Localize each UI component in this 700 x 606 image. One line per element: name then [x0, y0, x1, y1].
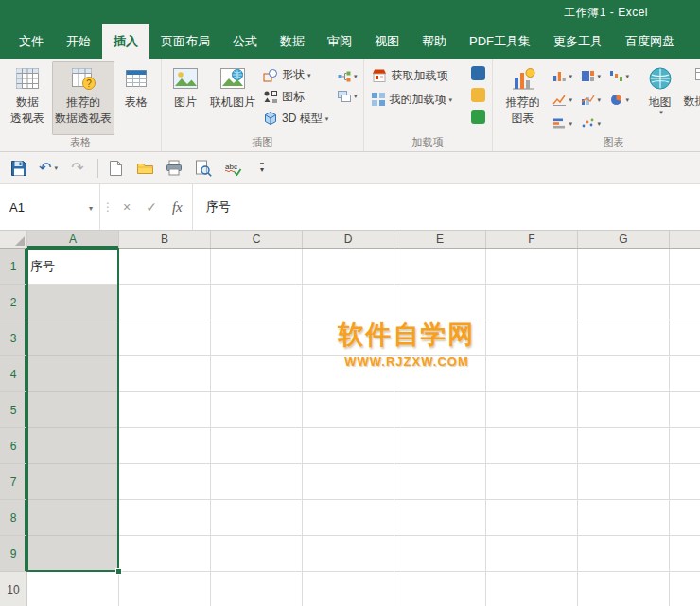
column-header-a[interactable]: A — [27, 231, 119, 248]
smartart-button[interactable]: ▾ — [336, 66, 359, 86]
table-button[interactable]: 表格 — [116, 61, 156, 135]
waterfall-chart-button[interactable]: ▾ — [608, 70, 637, 82]
hierarchy-chart-button[interactable]: ▾ — [580, 70, 608, 82]
line-chart-button[interactable]: ▾ — [551, 94, 580, 106]
new-file-button[interactable] — [104, 156, 127, 181]
row-header-6[interactable]: 6 — [0, 428, 26, 464]
tab-review[interactable]: 审阅 — [316, 24, 363, 59]
cells-area[interactable] — [27, 249, 700, 606]
open-folder-button[interactable] — [133, 156, 156, 181]
formula-input[interactable]: 序号 — [195, 184, 700, 230]
row-header-4[interactable]: 4 — [0, 356, 26, 392]
addin-shortcut-icon[interactable] — [471, 88, 485, 102]
column-header-b[interactable]: B — [119, 231, 211, 248]
scatter-chart-button[interactable]: ▾ — [580, 117, 608, 130]
fill-handle[interactable] — [115, 568, 122, 575]
ribbon-group-charts: 推荐的 图表 ▾ ▾ ▾ — [493, 59, 700, 151]
row-header-2[interactable]: 2 — [0, 285, 26, 320]
row-header-5[interactable]: 5 — [0, 392, 26, 428]
combo-chart-icon — [581, 94, 595, 106]
select-all-button[interactable] — [0, 231, 27, 248]
undo-button[interactable]: ↶ ▾ — [37, 156, 60, 181]
tab-view[interactable]: 视图 — [363, 24, 411, 59]
icons-button[interactable]: 图标 — [260, 86, 334, 107]
chevron-down-icon: ▾ — [598, 96, 602, 103]
quick-access-toolbar: ↶ ▾ ↷ abc ▾ — [0, 152, 700, 184]
column-header-c[interactable]: C — [211, 231, 303, 248]
tab-help[interactable]: 帮助 — [411, 24, 458, 59]
combo-chart-button[interactable]: ▾ — [580, 94, 608, 106]
customize-quick-access-button[interactable]: ▾ — [251, 156, 273, 181]
spelling-check-button[interactable]: abc — [221, 156, 244, 181]
row-header-9[interactable]: 9 — [0, 536, 26, 572]
online-pictures-button[interactable]: 联机图片 — [206, 61, 259, 135]
tab-pdf-tools[interactable]: PDF工具集 — [458, 24, 542, 59]
group-label-charts: 图表 — [493, 135, 700, 151]
title-bar: 工作簿1 - Excel — [0, 0, 700, 24]
insert-function-button[interactable]: fx — [165, 184, 190, 230]
recommended-charts-button[interactable]: 推荐的 图表 — [498, 61, 549, 135]
window-title: 工作簿1 - Excel — [564, 5, 648, 21]
column-header-d[interactable]: D — [303, 231, 394, 248]
maps-button[interactable]: 地图 ▾ — [639, 61, 681, 135]
save-icon — [10, 160, 27, 177]
tab-file[interactable]: 文件 — [8, 24, 55, 59]
ribbon: 数据 透视表 ? 推荐的 数据透视表 表格 表格 — [0, 59, 700, 152]
ribbon-group-illustrations: 图片 联机图片 形状 ▾ 图标 — [162, 59, 364, 151]
chevron-down-icon: ▾ — [659, 109, 663, 115]
tab-more-tools[interactable]: 更多工具 — [542, 24, 614, 59]
tab-page-layout[interactable]: 页面布局 — [149, 24, 221, 59]
print-button[interactable] — [163, 156, 185, 181]
column-header-g[interactable]: G — [578, 231, 670, 248]
recommended-chart-icon — [511, 64, 535, 93]
column-chart-button[interactable]: ▾ — [551, 70, 580, 82]
get-addins-button[interactable]: 获取加载项 — [368, 64, 466, 87]
addin-shortcut-icon[interactable] — [471, 110, 485, 124]
pivottable-button[interactable]: 数据 透视表 — [5, 61, 50, 135]
column-header-e[interactable]: E — [394, 231, 486, 248]
tab-insert[interactable]: 插入 — [102, 24, 149, 59]
pivotchart-button[interactable]: 数据透视图 — [683, 61, 700, 135]
column-header-f[interactable]: F — [486, 231, 578, 248]
save-button[interactable] — [8, 156, 30, 181]
chevron-down-icon: ▾ — [626, 73, 630, 79]
recommended-pivottable-button[interactable]: ? 推荐的 数据透视表 — [52, 61, 114, 135]
ribbon-group-addins: 获取加载项 我的加载项 ▾ 加载项 — [364, 59, 493, 151]
pictures-button[interactable]: 图片 — [166, 61, 204, 135]
ribbon-tab-bar: 文件 开始 插入 页面布局 公式 数据 审阅 视图 帮助 PDF工具集 更多工具… — [0, 24, 700, 59]
tab-data[interactable]: 数据 — [269, 24, 316, 59]
chevron-down-icon: ▾ — [307, 72, 311, 78]
3d-model-icon — [263, 111, 278, 126]
bar-chart-button[interactable]: ▾ — [551, 117, 580, 130]
redo-button[interactable]: ↷ — [66, 156, 89, 181]
group-label-addins: 加载项 — [364, 135, 492, 151]
pie-chart-button[interactable]: ▾ — [608, 94, 637, 106]
my-addins-button[interactable]: 我的加载项 ▾ — [368, 88, 466, 111]
chevron-down-icon: ▾ — [260, 163, 264, 174]
row-header-8[interactable]: 8 — [0, 500, 26, 536]
shapes-button[interactable]: 形状 ▾ — [260, 64, 334, 85]
row-header-10[interactable]: 10 — [0, 572, 26, 606]
3d-models-button[interactable]: 3D 模型 ▾ — [260, 108, 334, 129]
excel-window: 工作簿1 - Excel 文件 开始 插入 页面布局 公式 数据 审阅 视图 帮… — [0, 0, 700, 606]
print-preview-button[interactable] — [192, 156, 215, 181]
line-chart-icon — [552, 94, 567, 106]
screenshot-button[interactable]: ▾ — [336, 86, 359, 106]
tab-formulas[interactable]: 公式 — [221, 24, 269, 59]
name-box[interactable]: A1 ▾ — [0, 184, 100, 230]
row-header-1[interactable]: 1 — [0, 249, 26, 285]
tab-home[interactable]: 开始 — [55, 24, 102, 59]
icon-gallery-icon — [263, 90, 278, 104]
cancel-button[interactable]: × — [115, 184, 138, 230]
chevron-down-icon: ▾ — [569, 73, 573, 79]
row-header-7[interactable]: 7 — [0, 464, 26, 500]
chevron-down-icon: ▾ — [598, 120, 602, 127]
formula-bar-handle[interactable]: ⋮ — [100, 184, 115, 230]
chevron-down-icon: ▾ — [354, 73, 358, 79]
column-header-partial[interactable] — [670, 231, 700, 248]
new-file-icon — [109, 160, 123, 177]
enter-button[interactable]: ✓ — [138, 184, 165, 230]
tab-baidu-netdisk[interactable]: 百度网盘 — [614, 24, 686, 59]
addin-shortcut-icon[interactable] — [471, 66, 485, 80]
row-header-3[interactable]: 3 — [0, 320, 26, 356]
